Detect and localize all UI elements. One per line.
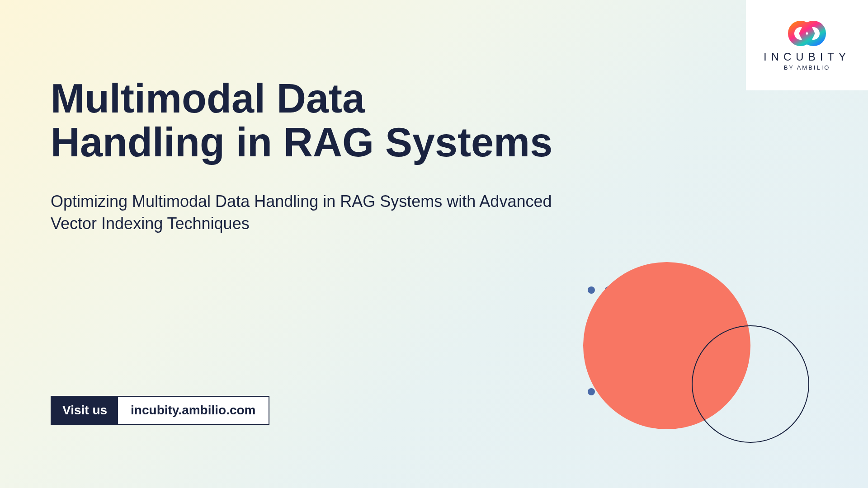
slide-subtitle: Optimizing Multimodal Data Handling in R…	[51, 191, 593, 235]
visit-us-url: incubity.ambilio.com	[118, 397, 268, 424]
title-line-2: Handling in RAG Systems	[51, 120, 552, 165]
slide-title: Multimodal Data Handling in RAG Systems	[51, 77, 593, 164]
dot-icon	[588, 388, 595, 395]
logo-brand: INCUBITY	[764, 51, 850, 63]
content-block: Multimodal Data Handling in RAG Systems …	[51, 77, 593, 235]
visit-us-group[interactable]: Visit us incubity.ambilio.com	[51, 396, 269, 425]
visit-us-label: Visit us	[52, 397, 118, 424]
ring-circle-decoration	[692, 325, 809, 443]
logo-byline: BY AMBILIO	[784, 64, 830, 71]
slide: INCUBITY BY AMBILIO Multimodal Data Hand…	[0, 0, 868, 488]
dot-icon	[588, 286, 595, 294]
logo-card: INCUBITY BY AMBILIO	[746, 0, 868, 90]
infinity-logo-icon	[780, 20, 834, 47]
title-line-1: Multimodal Data	[51, 76, 365, 121]
